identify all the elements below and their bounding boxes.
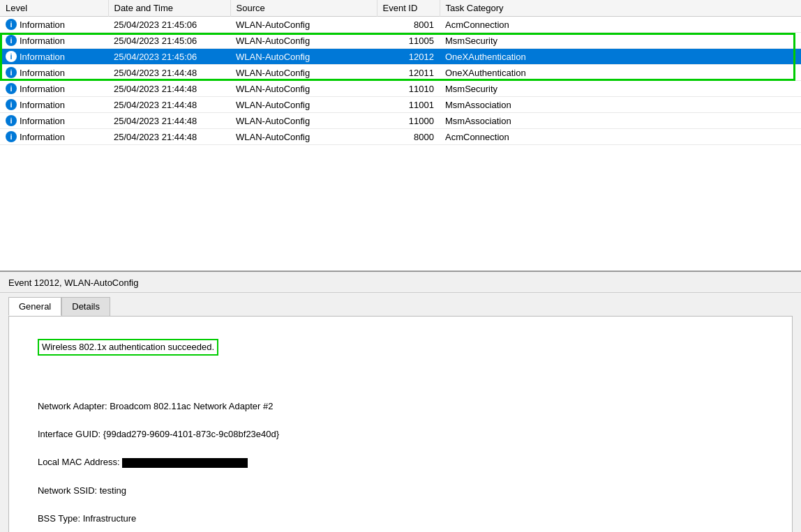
cell-source: WLAN-AutoConfig [230,97,377,113]
table-row[interactable]: iInformation25/04/2023 21:44:48WLAN-Auto… [0,65,801,81]
cell-level: iInformation [0,113,108,129]
tabs-bar: General Details [0,293,801,316]
cell-source: WLAN-AutoConfig [230,113,377,129]
cell-taskcategory: OneXAuthentication [440,65,801,81]
info-icon: i [6,51,17,62]
col-header-level: Level [0,0,108,17]
cell-source: WLAN-AutoConfig [230,65,377,81]
info-icon: i [6,83,17,94]
level-text: Information [20,36,65,46]
cell-source: WLAN-AutoConfig [230,129,377,145]
detail-bss: BSS Type: Infrastructure [38,513,136,524]
event-table: Level Date and Time Source Event ID Task… [0,0,801,145]
cell-eventid: 8000 [377,129,440,145]
main-container: Level Date and Time Source Event ID Task… [0,0,801,532]
cell-datetime: 25/04/2023 21:44:48 [108,97,230,113]
cell-source: WLAN-AutoConfig [230,81,377,97]
table-row[interactable]: iInformation25/04/2023 21:45:06WLAN-Auto… [0,49,801,65]
cell-taskcategory: MsmAssociation [440,113,801,129]
cell-taskcategory: AcmConnection [440,129,801,145]
cell-eventid: 12012 [377,49,440,65]
cell-source: WLAN-AutoConfig [230,17,377,33]
level-text: Information [20,84,65,94]
info-icon: i [6,19,17,30]
bottom-panel: Event 12012, WLAN-AutoConfig General Det… [0,272,801,532]
cell-datetime: 25/04/2023 21:45:06 [108,17,230,33]
tab-details[interactable]: Details [61,297,110,316]
cell-datetime: 25/04/2023 21:44:48 [108,65,230,81]
col-header-source: Source [230,0,377,17]
detail-ssid: Network SSID: testing [38,485,126,496]
info-icon: i [6,99,17,110]
top-panel: Level Date and Time Source Event ID Task… [0,0,801,272]
table-header-row: Level Date and Time Source Event ID Task… [0,0,801,17]
col-header-taskcategory: Task Category [440,0,801,17]
cell-level: iInformation [0,81,108,97]
cell-eventid: 11005 [377,33,440,49]
cell-level: iInformation [0,97,108,113]
cell-level: iInformation [0,49,108,65]
cell-eventid: 11000 [377,113,440,129]
level-text: Information [20,52,65,62]
cell-eventid: 11001 [377,97,440,113]
event-title: Event 12012, WLAN-AutoConfig [0,272,801,293]
detail-guid: Interface GUID: {99dad279-9609-4101-873c… [38,429,279,439]
detail-adapter: Network Adapter: Broadcom 802.11ac Netwo… [38,401,273,411]
cell-datetime: 25/04/2023 21:45:06 [108,33,230,49]
cell-level: iInformation [0,17,108,33]
level-text: Information [20,100,65,110]
cell-eventid: 11010 [377,81,440,97]
cell-datetime: 25/04/2023 21:44:48 [108,129,230,145]
detail-text: Wireless 802.1x authentication succeeded… [17,325,784,532]
info-icon: i [6,115,17,126]
mac-redacted [122,458,248,468]
info-icon: i [6,35,17,46]
cell-datetime: 25/04/2023 21:44:48 [108,113,230,129]
level-text: Information [20,20,65,30]
tab-general[interactable]: General [8,297,61,316]
cell-datetime: 25/04/2023 21:45:06 [108,49,230,65]
level-text: Information [20,116,65,126]
cell-eventid: 12011 [377,65,440,81]
cell-source: WLAN-AutoConfig [230,49,377,65]
table-row[interactable]: iInformation25/04/2023 21:44:48WLAN-Auto… [0,97,801,113]
cell-level: iInformation [0,33,108,49]
level-text: Information [20,68,65,78]
table-row[interactable]: iInformation25/04/2023 21:45:06WLAN-Auto… [0,17,801,33]
table-row[interactable]: iInformation25/04/2023 21:44:48WLAN-Auto… [0,81,801,97]
info-icon: i [6,67,17,78]
detail-mac-label: Local MAC Address: [38,457,122,467]
col-header-datetime: Date and Time [108,0,230,17]
success-highlight: Wireless 802.1x authentication succeeded… [38,339,218,356]
cell-source: WLAN-AutoConfig [230,33,377,49]
col-header-eventid: Event ID [377,0,440,17]
cell-level: iInformation [0,129,108,145]
table-row[interactable]: iInformation25/04/2023 21:45:06WLAN-Auto… [0,33,801,49]
cell-datetime: 25/04/2023 21:44:48 [108,81,230,97]
table-row[interactable]: iInformation25/04/2023 21:44:48WLAN-Auto… [0,129,801,145]
cell-taskcategory: MsmAssociation [440,97,801,113]
table-row[interactable]: iInformation25/04/2023 21:44:48WLAN-Auto… [0,113,801,129]
cell-taskcategory: AcmConnection [440,17,801,33]
cell-level: iInformation [0,65,108,81]
event-tbody: iInformation25/04/2023 21:45:06WLAN-Auto… [0,17,801,145]
cell-eventid: 8001 [377,17,440,33]
tab-content-general: Wireless 802.1x authentication succeeded… [8,316,793,532]
cell-taskcategory: MsmSecurity [440,33,801,49]
cell-taskcategory: MsmSecurity [440,81,801,97]
cell-taskcategory: OneXAuthentication [440,49,801,65]
info-icon: i [6,131,17,142]
level-text: Information [20,132,65,142]
table-wrapper: Level Date and Time Source Event ID Task… [0,0,801,145]
